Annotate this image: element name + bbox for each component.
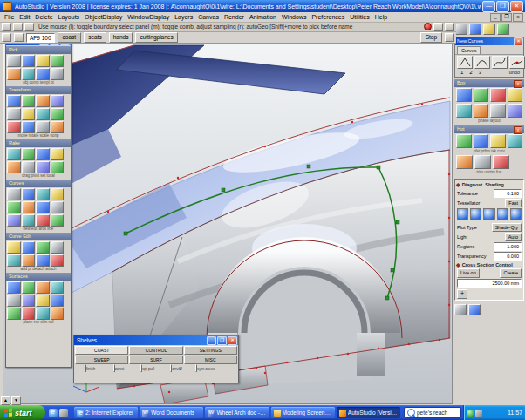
shelf-prev-icon[interactable]: [2, 33, 11, 42]
box-slot-icon[interactable]: [490, 88, 506, 102]
degree-1-button[interactable]: 1: [460, 70, 463, 75]
live-on-button[interactable]: Live on: [457, 268, 480, 278]
rake-pivot-icon[interactable]: [22, 148, 36, 160]
curve-degree-3-icon[interactable]: [492, 56, 508, 69]
tessellator-dropdown[interactable]: Fast: [505, 199, 522, 207]
shelf-tool[interactable]: const: [106, 365, 132, 371]
shelf-tab-coast2[interactable]: COAST: [75, 346, 128, 355]
rake-local-icon[interactable]: [51, 148, 65, 160]
local-move-icon[interactable]: [51, 108, 65, 120]
hot-curv-icon[interactable]: [508, 134, 523, 148]
curves-tab[interactable]: Curves: [457, 46, 481, 54]
align-tool-icon[interactable]: [36, 121, 50, 133]
rake-flow-icon[interactable]: [22, 161, 36, 173]
task-internet-explorer[interactable]: 2: Internet Explorer: [74, 407, 138, 418]
shelves-close-icon[interactable]: ✕: [228, 336, 237, 345]
revolve-surface-icon[interactable]: [22, 281, 36, 294]
volume-tray-icon[interactable]: [475, 410, 482, 417]
prop-mod-icon[interactable]: [51, 121, 65, 133]
cross-section-header[interactable]: ◆ Cross Section Control: [456, 261, 522, 268]
menu-layouts[interactable]: Layouts: [56, 14, 83, 20]
hot-section-header[interactable]: Hot x: [454, 125, 524, 133]
shelf-button-seats[interactable]: seats: [84, 32, 106, 43]
offset-curve-icon[interactable]: [51, 214, 65, 227]
shelf-tab-settings[interactable]: SETTINGS: [184, 346, 237, 355]
shelf-tool[interactable]: finish: [77, 365, 103, 371]
blend-curve-icon[interactable]: [22, 201, 36, 213]
box-close-icon[interactable]: x: [514, 80, 522, 88]
pan-up-icon[interactable]: ▲: [1, 396, 10, 405]
rotate-tool-icon[interactable]: [22, 95, 36, 107]
menu-windowdisplay[interactable]: WindowDisplay: [125, 14, 172, 20]
round-tool-icon[interactable]: [22, 308, 36, 320]
square-surface-icon[interactable]: [36, 295, 50, 307]
doc-close-icon[interactable]: x: [513, 13, 523, 22]
box-section-header[interactable]: Box x: [454, 79, 524, 87]
trim-tool-icon[interactable]: [456, 155, 473, 169]
shelf-next-icon[interactable]: [14, 33, 24, 42]
box-fillet-icon[interactable]: [474, 88, 489, 102]
ie-quicklaunch-icon[interactable]: [49, 409, 58, 417]
curve-on-surface-icon[interactable]: [7, 214, 21, 227]
shade-mode-4-icon[interactable]: [497, 208, 508, 220]
maximize-icon[interactable]: ❐: [496, 1, 509, 12]
line-tool-icon[interactable]: [7, 201, 21, 213]
degree-3-button[interactable]: 3: [479, 70, 481, 75]
shelves-title-bar[interactable]: Shelves _ ❐ ✕: [74, 335, 238, 345]
attach-curve-icon[interactable]: [36, 241, 50, 254]
stop-button[interactable]: Stop: [420, 32, 442, 43]
prompt-toggle-icon[interactable]: [2, 23, 11, 31]
pick-visible-icon[interactable]: [22, 68, 36, 80]
pick-object-icon[interactable]: [7, 55, 21, 67]
palette-section-curve-edit[interactable]: Curve Edit: [6, 233, 71, 240]
taskbar-clock[interactable]: 11:57: [508, 410, 522, 416]
menu-canvas[interactable]: Canvas: [195, 14, 222, 20]
shelf-tool[interactable]: anv&f: [163, 365, 189, 371]
create-button[interactable]: Create: [500, 268, 522, 278]
box-patch-icon[interactable]: [508, 104, 523, 118]
add-point-icon[interactable]: [7, 241, 21, 254]
box-layout-icon[interactable]: [474, 104, 489, 118]
shelf-tab-control[interactable]: CONTROL: [129, 346, 182, 355]
degree-2-button[interactable]: 2: [469, 70, 472, 75]
minimize-icon[interactable]: —: [482, 1, 495, 12]
menu-layers[interactable]: Layers: [172, 14, 195, 20]
view-toggle-icon[interactable]: [497, 24, 509, 35]
pick-template-icon[interactable]: [36, 55, 50, 67]
extend-curve-icon[interactable]: [51, 241, 65, 254]
palette-section-curves[interactable]: Curves: [6, 180, 71, 187]
menu-delete[interactable]: Delete: [32, 14, 55, 20]
search-input[interactable]: pete's reach: [417, 410, 447, 416]
menu-animation[interactable]: Animation: [247, 14, 279, 20]
rake-drag-icon[interactable]: [7, 148, 21, 160]
rebuild-curve-icon[interactable]: [22, 254, 36, 267]
set-pivot-icon[interactable]: [36, 108, 50, 120]
shelf-tab-coast[interactable]: coast: [58, 32, 82, 43]
pick-nothing-icon[interactable]: [36, 68, 50, 80]
prompt-snap-icon[interactable]: [445, 23, 454, 31]
hot-tsk-icon[interactable]: [490, 134, 506, 148]
tube-offset-icon[interactable]: [51, 308, 65, 320]
regions-field[interactable]: 1.000: [494, 242, 522, 251]
rail-surface-icon[interactable]: [51, 281, 65, 294]
menu-edit[interactable]: Edit: [17, 14, 32, 20]
box-curve-icon[interactable]: [456, 88, 472, 102]
shade-mode-5-icon[interactable]: [510, 208, 522, 220]
start-button[interactable]: start: [0, 405, 45, 420]
prompt-grid-icon[interactable]: [433, 23, 443, 31]
shelf-tab-surf[interactable]: SURF: [129, 356, 182, 364]
shelf-tool[interactable]: sym cross: [192, 365, 218, 371]
diagnostic-shading-header[interactable]: ◆ Diagnost. Shading: [456, 180, 522, 188]
smooth-curve-icon[interactable]: [36, 254, 50, 267]
task-modeling-screenshots[interactable]: Modeling Screensho...: [271, 407, 335, 418]
shelf-button-hands[interactable]: hands: [109, 32, 133, 43]
palette-section-transform[interactable]: Transform: [6, 86, 71, 94]
plane-surface-icon[interactable]: [7, 281, 21, 294]
shade-mode-3-icon[interactable]: [483, 208, 494, 220]
menu-utilities[interactable]: Utilities: [347, 14, 372, 20]
section-spacing-field[interactable]: 2500.00 mm: [457, 279, 522, 288]
prompt-lock-icon[interactable]: [13, 23, 23, 31]
rake-eval-icon[interactable]: [51, 161, 65, 173]
nonp-scale-icon[interactable]: [51, 95, 65, 107]
arc-tool-icon[interactable]: [36, 188, 50, 200]
